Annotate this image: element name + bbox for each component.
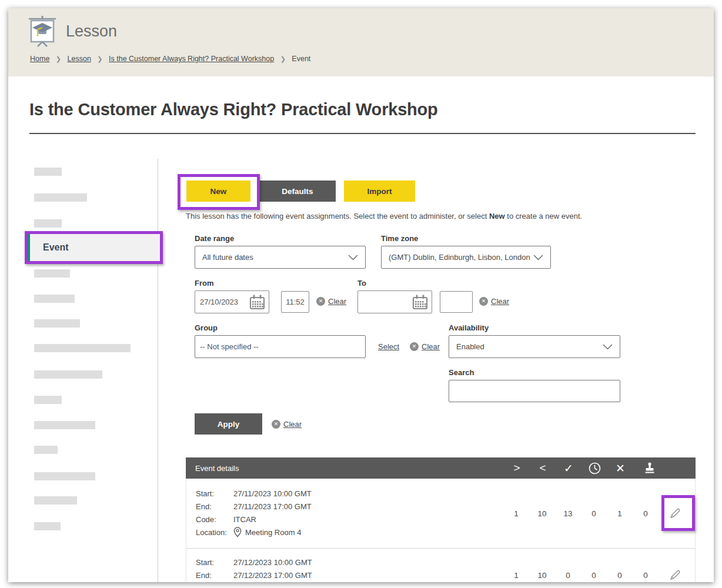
sidebar-item-placeholder[interactable] (34, 446, 58, 454)
event-table-column-icons: > < ✓ ✕ (504, 462, 696, 475)
event-table: Event details > < ✓ ✕ (186, 457, 696, 582)
code-label: Code: (196, 515, 233, 524)
description-text: This lesson has the following event assi… (186, 212, 489, 220)
sidebar-item-placeholder[interactable] (34, 396, 62, 404)
group-input[interactable] (195, 342, 365, 351)
chevron-down-icon (531, 255, 550, 260)
sidebar-item-placeholder[interactable] (34, 344, 131, 352)
group-select-link[interactable]: Select (378, 342, 399, 351)
sidebar-item-placeholder[interactable] (34, 370, 102, 379)
count-check: 0 (555, 571, 581, 580)
clear-circle-icon: ✕ (479, 297, 488, 306)
chevron-down-icon (600, 344, 620, 350)
calendar-icon[interactable] (246, 294, 269, 310)
code-value: ITCAR (233, 515, 256, 524)
content-card: Lesson Home ❯ Lesson ❯ Is the Customer A… (8, 8, 714, 582)
sidebar-item-placeholder[interactable] (34, 168, 62, 176)
new-button[interactable]: New (186, 181, 250, 202)
from-date-input[interactable] (195, 298, 246, 306)
from-time-input[interactable] (282, 298, 309, 306)
location-pin-icon (233, 527, 242, 537)
app-title: Lesson (66, 22, 117, 41)
event-row[interactable]: Start: 27/11/2023 10:00 GMT End: 27/11/2… (186, 479, 695, 549)
location-label: Location: (196, 528, 233, 537)
breadcrumb-lesson[interactable]: Lesson (68, 55, 91, 63)
description-bold: New (489, 212, 505, 220)
sidebar-item-placeholder[interactable] (34, 496, 77, 505)
edit-event-button[interactable] (664, 564, 686, 582)
count-stamp: 0 (633, 509, 659, 518)
to-time-field (440, 291, 473, 313)
count-prev: 10 (529, 571, 555, 580)
count-next: 1 (503, 571, 529, 580)
page-header: Lesson Home ❯ Lesson ❯ Is the Customer A… (8, 8, 714, 76)
from-clear-link[interactable]: Clear (328, 297, 346, 306)
end-label: End: (196, 571, 233, 580)
sidebar-item-placeholder[interactable] (34, 522, 61, 530)
to-clear: ✕ Clear (479, 297, 509, 306)
sidebar-item-placeholder[interactable] (34, 219, 62, 228)
sidebar-item-event-label: Event (30, 242, 69, 253)
count-next: 1 (503, 509, 529, 518)
availability-select[interactable]: Enabled (449, 335, 620, 358)
event-counts: 1 10 13 0 1 0 (503, 479, 695, 548)
breadcrumb-separator-icon: ❯ (52, 55, 65, 62)
import-button[interactable]: Import (344, 181, 415, 202)
sidebar-item-event[interactable]: Event (28, 234, 160, 261)
to-time-input[interactable] (440, 298, 472, 306)
defaults-button[interactable]: Defaults (259, 181, 336, 202)
sidebar-item-placeholder[interactable] (34, 269, 70, 278)
clear-circle-icon: ✕ (316, 297, 325, 306)
group-clear: ✕ Clear (410, 342, 440, 351)
page-description: This lesson has the following event assi… (186, 212, 697, 220)
count-cross: 1 (607, 509, 633, 518)
count-stamp: 0 (633, 571, 659, 580)
calendar-icon[interactable] (409, 294, 432, 310)
breadcrumb-home[interactable]: Home (30, 55, 49, 63)
group-clear-link[interactable]: Clear (422, 342, 440, 351)
to-date-input[interactable] (358, 298, 409, 306)
edit-event-button[interactable] (664, 503, 686, 524)
count-clock: 0 (581, 509, 607, 518)
to-label: To (357, 279, 366, 288)
lesson-logo-icon (28, 16, 56, 49)
group-label: Group (195, 323, 218, 332)
start-value: 27/11/2023 10:00 GMT (233, 489, 312, 498)
breadcrumb-workshop[interactable]: Is the Customer Always Right? Practical … (109, 55, 274, 63)
sidebar-item-placeholder[interactable] (34, 193, 87, 202)
date-range-value: All future dates (195, 253, 346, 262)
event-row[interactable]: Start: 27/12/2023 10:00 GMT End: 27/12/2… (186, 549, 695, 582)
breadcrumb-current: Event (292, 55, 310, 63)
check-icon: ✓ (556, 462, 581, 475)
prev-arrow-icon: < (530, 462, 556, 475)
count-cross: 0 (607, 571, 633, 580)
description-text: to create a new event. (505, 212, 583, 220)
to-clear-link[interactable]: Clear (491, 297, 509, 306)
breadcrumb-separator-icon: ❯ (93, 55, 106, 62)
sidebar-item-placeholder[interactable] (34, 472, 95, 480)
count-clock: 0 (581, 571, 607, 580)
time-zone-value: (GMT) Dublin, Edinburgh, Lisbon, London (382, 253, 531, 262)
sidebar-item-placeholder[interactable] (34, 421, 95, 429)
start-label: Start: (196, 558, 233, 567)
count-prev: 10 (529, 509, 555, 518)
availability-value: Enabled (449, 342, 600, 351)
apply-button[interactable]: Apply (195, 413, 262, 435)
group-field (195, 335, 366, 358)
start-value: 27/12/2023 10:00 GMT (233, 558, 312, 567)
time-zone-label: Time zone (381, 234, 418, 243)
sidebar-item-placeholder[interactable] (34, 295, 75, 303)
group-select: Select (378, 342, 399, 351)
event-table-title: Event details (186, 464, 504, 473)
time-zone-select[interactable]: (GMT) Dublin, Edinburgh, Lisbon, London (381, 246, 551, 269)
sidebar-item-placeholder[interactable] (34, 319, 80, 328)
count-check: 13 (555, 509, 581, 518)
search-input[interactable] (449, 387, 620, 396)
from-time-field (281, 291, 309, 313)
from-clear: ✕ Clear (316, 297, 346, 306)
event-table-header: Event details > < ✓ ✕ (186, 457, 696, 479)
filters-clear-link[interactable]: Clear (283, 420, 302, 429)
breadcrumb-separator-icon: ❯ (276, 55, 290, 62)
date-range-select[interactable]: All future dates (195, 246, 366, 269)
event-details: Start: 27/12/2023 10:00 GMT End: 27/12/2… (186, 549, 503, 582)
